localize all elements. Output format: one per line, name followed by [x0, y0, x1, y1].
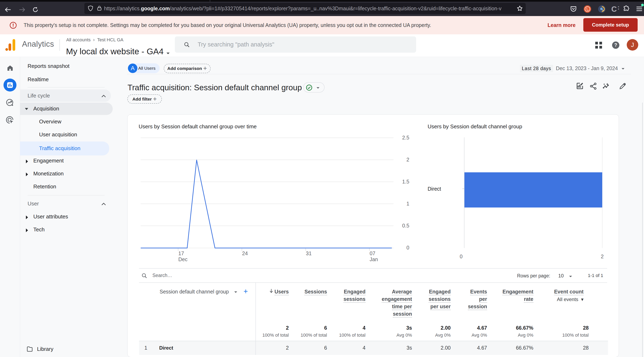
- svg-text:?: ?: [614, 42, 617, 48]
